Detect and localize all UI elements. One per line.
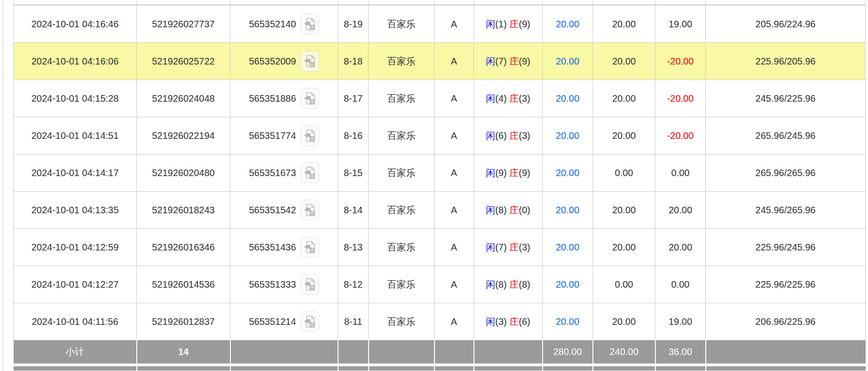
bet-timestamp: 2024-10-01 04:15:28 bbox=[32, 93, 119, 104]
bet-amount[interactable]: 20.00 bbox=[556, 19, 579, 29]
valid-bet-cell: 20.00 bbox=[593, 303, 655, 340]
video-id-group: 565351774 bbox=[230, 125, 338, 146]
video-id-cell: 565352140 bbox=[230, 5, 338, 43]
round-cell: 8-13 bbox=[338, 229, 369, 266]
table-code: A bbox=[451, 242, 457, 252]
valid-bet-cell: 20.00 bbox=[593, 229, 655, 266]
video-id-group: 565351214 bbox=[230, 311, 338, 332]
banker-label: 庄 bbox=[509, 56, 519, 66]
timestamp-cell: 2024-10-01 04:14:51 bbox=[14, 117, 137, 154]
valid-bet-cell: 20.00 bbox=[593, 80, 655, 117]
video-replay-button[interactable] bbox=[300, 162, 319, 183]
subtotal-count: 14 bbox=[137, 340, 230, 364]
bet-amount[interactable]: 20.00 bbox=[556, 168, 579, 178]
round-number: 8-19 bbox=[344, 19, 363, 29]
balance: 245.96/265.96 bbox=[756, 205, 816, 215]
table-code-cell: A bbox=[434, 154, 474, 192]
banker-score: (8) bbox=[519, 279, 530, 290]
banker-label: 庄 bbox=[509, 168, 519, 178]
valid-bet: 20.00 bbox=[612, 316, 636, 327]
valid-bet-cell: 0.00 bbox=[593, 266, 655, 303]
bet-amount-cell: 20.00 bbox=[543, 117, 593, 154]
table-code: A bbox=[451, 56, 457, 66]
order-id: 521926022194 bbox=[152, 130, 214, 141]
table-body: 2024-10-01 04:16:46 521926027737 5653521… bbox=[14, 0, 866, 371]
win-loss: -20.00 bbox=[667, 56, 694, 66]
banker-label: 庄 bbox=[509, 93, 519, 104]
bet-amount[interactable]: 20.00 bbox=[556, 242, 579, 252]
win-loss-cell: 20.00 bbox=[655, 229, 706, 266]
video-replay-button[interactable] bbox=[300, 237, 319, 258]
bet-amount[interactable]: 20.00 bbox=[556, 130, 579, 141]
video-replay-button[interactable] bbox=[300, 51, 319, 72]
player-label: 闲 bbox=[486, 242, 495, 252]
order-id: 521926018243 bbox=[152, 205, 214, 215]
table-code-cell: A bbox=[434, 192, 474, 229]
bet-timestamp: 2024-10-01 04:12:59 bbox=[32, 242, 119, 252]
valid-bet-cell: 20.00 bbox=[593, 5, 655, 43]
game-type-cell: 百家乐 bbox=[369, 192, 434, 229]
game-type-cell: 百家乐 bbox=[369, 229, 434, 266]
balance: 265.96/245.96 bbox=[756, 130, 816, 141]
bet-amount[interactable]: 20.00 bbox=[556, 93, 579, 104]
player-score: (7) bbox=[495, 56, 506, 66]
video-replay-button[interactable] bbox=[300, 88, 319, 109]
video-id: 565351436 bbox=[249, 242, 296, 253]
bet-amount[interactable]: 20.00 bbox=[556, 316, 579, 327]
win-loss-cell: 20.00 bbox=[655, 192, 706, 229]
balance-cell: 265.96/245.96 bbox=[706, 117, 866, 154]
video-id: 565352140 bbox=[249, 19, 296, 30]
round-cell: 8-11 bbox=[338, 303, 369, 340]
bet-amount-cell: 20.00 bbox=[543, 192, 593, 229]
bet-timestamp: 2024-10-01 04:14:17 bbox=[32, 168, 119, 178]
balance: 265.96/265.96 bbox=[756, 168, 816, 178]
video-replay-button[interactable] bbox=[300, 200, 319, 220]
video-id-cell: 565351214 bbox=[230, 303, 338, 340]
video-replay-icon bbox=[303, 277, 316, 292]
round-cell: 8-18 bbox=[338, 43, 369, 80]
order-id: 521926024048 bbox=[152, 93, 214, 104]
valid-bet-cell: 20.00 bbox=[593, 117, 655, 154]
round-cell: 8-12 bbox=[338, 266, 369, 303]
result-cell: 闲(3) 庄(6) bbox=[474, 303, 543, 340]
player-score: (3) bbox=[495, 316, 506, 327]
table-code: A bbox=[451, 168, 457, 178]
table-row: 2024-10-01 04:15:28 521926024048 5653518… bbox=[14, 80, 866, 117]
player-label: 闲 bbox=[486, 316, 495, 327]
balance-cell: 245.96/265.96 bbox=[706, 192, 866, 229]
player-label: 闲 bbox=[486, 93, 495, 104]
player-score: (8) bbox=[495, 205, 506, 215]
bet-amount[interactable]: 20.00 bbox=[556, 56, 579, 66]
banker-score: (3) bbox=[519, 242, 530, 252]
table-row: 2024-10-01 04:13:35 521926018243 5653515… bbox=[14, 192, 866, 229]
table-row: 2024-10-01 04:16:46 521926027737 5653521… bbox=[14, 5, 866, 43]
game-type-cell: 百家乐 bbox=[369, 43, 434, 80]
result-cell: 闲(7) 庄(3) bbox=[474, 229, 543, 266]
bet-amount[interactable]: 20.00 bbox=[556, 205, 579, 215]
result-cell: 闲(1) 庄(9) bbox=[474, 5, 543, 43]
video-replay-button[interactable] bbox=[300, 125, 319, 146]
banker-label: 庄 bbox=[509, 205, 519, 215]
player-score: (8) bbox=[495, 279, 506, 290]
valid-bet: 20.00 bbox=[612, 56, 636, 66]
player-score: (1) bbox=[495, 19, 506, 29]
round-number: 8-16 bbox=[344, 130, 363, 141]
game-type: 百家乐 bbox=[387, 316, 416, 327]
video-replay-icon bbox=[303, 202, 316, 218]
game-type: 百家乐 bbox=[387, 130, 416, 141]
video-replay-button[interactable] bbox=[300, 14, 319, 34]
video-id-group: 565351542 bbox=[230, 200, 338, 220]
video-replay-button[interactable] bbox=[300, 274, 319, 295]
video-replay-button[interactable] bbox=[300, 311, 319, 332]
table-code: A bbox=[451, 130, 457, 141]
table-code-cell: A bbox=[434, 80, 474, 117]
player-score: (7) bbox=[495, 242, 506, 252]
banker-label: 庄 bbox=[509, 19, 519, 29]
bet-amount[interactable]: 20.00 bbox=[556, 279, 579, 290]
player-label: 闲 bbox=[486, 205, 495, 215]
table-code: A bbox=[451, 205, 457, 215]
balance: 206.96/225.96 bbox=[756, 316, 816, 327]
round-cell: 8-17 bbox=[338, 80, 369, 117]
table-code: A bbox=[451, 316, 457, 327]
result-cell: 闲(8) 庄(8) bbox=[474, 266, 543, 303]
